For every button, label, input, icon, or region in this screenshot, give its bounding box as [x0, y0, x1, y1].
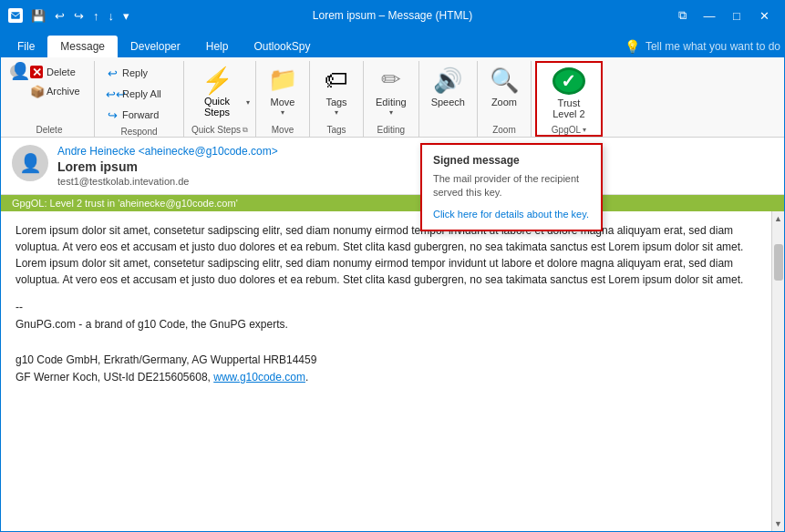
- down-button[interactable]: ↓: [106, 7, 118, 25]
- move-content: 📁 Move ▾: [262, 61, 304, 123]
- reply-all-button[interactable]: ↩↩ Reply All: [100, 84, 178, 104]
- sig-line2: [15, 333, 757, 351]
- more-button[interactable]: ▾: [120, 7, 132, 25]
- tags-button[interactable]: 🏷 Tags ▾: [315, 61, 357, 121]
- move-group-label: Move: [272, 123, 294, 135]
- tab-developer[interactable]: Developer: [118, 36, 193, 57]
- scrollbar-track[interactable]: [772, 226, 785, 517]
- quick-steps-content: ⚡ QuickSteps ▾: [190, 61, 250, 123]
- message-header: 👤 Andre Heinecke <aheinecke@g10code.com>…: [1, 138, 784, 195]
- reply-all-label: Reply All: [122, 88, 161, 99]
- trust-level-button[interactable]: ✓ TrustLevel 2: [542, 63, 595, 123]
- trust-label: TrustLevel 2: [553, 97, 584, 119]
- zoom-group-label: Zoom: [492, 123, 516, 135]
- quick-steps-button[interactable]: ⚡ QuickSteps: [190, 61, 244, 121]
- save-button[interactable]: 💾: [28, 7, 48, 25]
- move-label: Move: [271, 97, 295, 108]
- tags-icon: 🏷: [322, 66, 351, 95]
- gpgol-group: ✓ TrustLevel 2 GpgOL ▾ Signed message Th…: [535, 61, 603, 137]
- scrollbar-thumb[interactable]: [774, 244, 783, 281]
- minimize-button[interactable]: —: [697, 5, 722, 26]
- undo-button[interactable]: ↩: [52, 7, 67, 25]
- forward-button[interactable]: ↪ Forward: [100, 105, 178, 125]
- speech-button[interactable]: 🔊 Speech: [425, 61, 471, 121]
- zoom-group: 🔍 Zoom Zoom: [478, 61, 532, 137]
- app-icon: [8, 8, 23, 23]
- gpgol-expand-icon[interactable]: ▾: [583, 126, 586, 134]
- main-window: 💾 ↩ ↪ ↑ ↓ ▾ Lorem ipsum – Message (HTML)…: [0, 0, 785, 532]
- message-header-info: Andre Heinecke <aheinecke@g10code.com> L…: [57, 145, 773, 187]
- delete-x-icon: ✕: [30, 66, 43, 78]
- close-button[interactable]: ✕: [751, 5, 777, 26]
- restore-button[interactable]: ⧉: [669, 5, 695, 26]
- respond-group: ↩ Reply ↩↩ Reply All ↪ Forward Respond: [95, 61, 184, 137]
- delete-buttons: ✕ Delete 📦 Archive: [25, 63, 88, 100]
- tooltip-details-link[interactable]: Click here for details about the key.: [433, 209, 589, 220]
- sig-line4: GF Werner Koch, USt-Id DE215605608, www.…: [15, 369, 757, 386]
- sig-line1: GnuPG.com - a brand of g10 Code, the Gnu…: [15, 316, 757, 333]
- delete-button[interactable]: ✕ Delete: [25, 63, 88, 81]
- zoom-button[interactable]: 🔍 Zoom: [483, 61, 525, 121]
- archive-icon: 📦: [30, 85, 43, 98]
- editing-icon: ✏: [377, 66, 406, 95]
- reply-label: Reply: [122, 67, 148, 78]
- tab-outlookspy[interactable]: OutlookSpy: [241, 36, 323, 57]
- tab-help[interactable]: Help: [193, 36, 242, 57]
- message-body-text: Lorem ipsum dolor sit amet, consetetur s…: [15, 222, 757, 288]
- speech-content: 🔊 Speech: [425, 61, 471, 133]
- gpgol-group-label: GpgOL ▾: [552, 123, 586, 135]
- editing-label: Editing: [376, 97, 407, 108]
- speech-label: Speech: [431, 97, 465, 108]
- archive-button[interactable]: 📦 Archive: [25, 82, 88, 100]
- vertical-scrollbar: ▲ ▼: [771, 211, 784, 531]
- maximize-button[interactable]: □: [724, 5, 749, 26]
- tags-dropdown-icon: ▾: [335, 108, 338, 117]
- editing-dropdown-icon: ▾: [389, 108, 393, 117]
- message-to-area: test1@testkolab.intevation.de: [57, 176, 773, 187]
- scrollbar-container: Lorem ipsum dolor sit amet, consetetur s…: [1, 211, 784, 531]
- title-bar: 💾 ↩ ↪ ↑ ↓ ▾ Lorem ipsum – Message (HTML)…: [1, 1, 784, 30]
- tab-file[interactable]: File: [5, 36, 47, 57]
- respond-group-content: ↩ Reply ↩↩ Reply All ↪ Forward: [100, 61, 178, 125]
- editing-button[interactable]: ✏ Editing ▾: [369, 61, 413, 121]
- scrollbar-down-button[interactable]: ▼: [772, 517, 785, 531]
- quick-steps-expand-icon[interactable]: ⧉: [243, 126, 248, 135]
- message-body-wrapper: Lorem ipsum dolor sit amet, consetetur s…: [1, 211, 771, 531]
- move-icon: 📁: [268, 66, 297, 95]
- editing-group-label: Editing: [377, 123, 406, 135]
- ribbon-search-area: 💡 Tell me what you want to do: [625, 39, 780, 54]
- move-group: 📁 Move ▾ Move: [256, 61, 310, 137]
- trust-check-icon: ✓: [553, 67, 585, 95]
- delete-label: Delete: [46, 66, 76, 77]
- quick-steps-label: QuickSteps: [204, 96, 230, 118]
- respond-buttons: ↩ Reply ↩↩ Reply All ↪ Forward: [100, 61, 178, 125]
- editing-group: ✏ Editing ▾ Editing: [364, 61, 419, 137]
- reply-button[interactable]: ↩ Reply: [100, 63, 178, 83]
- reply-all-icon: ↩↩: [106, 87, 119, 101]
- title-bar-left: 💾 ↩ ↪ ↑ ↓ ▾: [8, 7, 132, 25]
- ribbon: 👤 ✕ Delete 📦 Archive Delete: [1, 57, 784, 138]
- quick-access-toolbar: 💾 ↩ ↪ ↑ ↓ ▾: [28, 7, 132, 25]
- speech-group: 🔊 Speech: [419, 61, 478, 137]
- sig-website-link[interactable]: www.g10code.com: [213, 371, 305, 384]
- zoom-content: 🔍 Zoom: [483, 61, 525, 123]
- redo-button[interactable]: ↪: [71, 7, 87, 25]
- respond-group-label: Respond: [120, 125, 157, 137]
- reply-icon: ↩: [106, 66, 119, 80]
- scrollbar-up-button[interactable]: ▲: [772, 211, 785, 226]
- gpgol-banner: GpgOL: Level 2 trust in 'aheinecke@g10co…: [1, 195, 784, 211]
- ribbon-search-label: Tell me what you want to do: [646, 40, 780, 53]
- move-button[interactable]: 📁 Move ▾: [262, 61, 304, 121]
- editing-content: ✏ Editing ▾: [369, 61, 413, 123]
- message-signature: -- GnuPG.com - a brand of g10 Code, the …: [15, 299, 757, 386]
- delete-group-label: Delete: [36, 123, 63, 135]
- sig-line3: g10 Code GmbH, Erkrath/Germany, AG Wuppe…: [15, 352, 757, 369]
- delete-group-content: 👤 ✕ Delete 📦 Archive: [10, 61, 88, 123]
- quick-steps-icon: ⚡: [201, 66, 233, 96]
- sender-avatar: 👤: [12, 145, 48, 181]
- speech-icon: 🔊: [433, 66, 462, 95]
- tab-message[interactable]: Message: [47, 36, 118, 57]
- quick-steps-dropdown-icon[interactable]: ▾: [246, 98, 250, 107]
- search-icon: 💡: [625, 39, 640, 54]
- up-button[interactable]: ↑: [90, 7, 102, 25]
